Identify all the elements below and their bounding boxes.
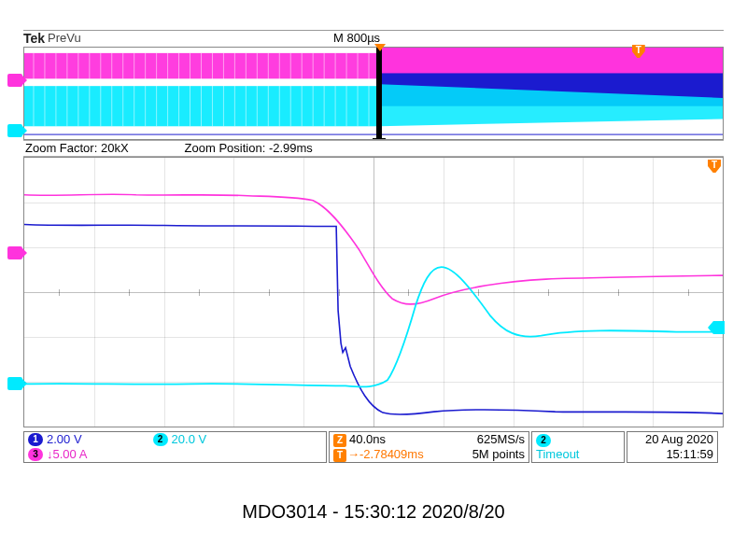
oscilloscope-screen: Tek PreVu M 800µs 3 2 <box>23 30 724 463</box>
tek-logo: Tek <box>23 31 47 47</box>
ch1-badge: 1 <box>28 433 43 446</box>
zoom-timebase: Z40.0ns <box>333 432 386 447</box>
record-length: 5M points <box>472 447 525 462</box>
ch3-readout[interactable]: 3 ↓ 5.00 A <box>28 447 317 462</box>
t-icon: T <box>333 449 346 462</box>
main-waveforms <box>24 158 723 427</box>
ch3-scale: 5.00 A <box>53 447 88 462</box>
header-bar: Tek PreVu M 800µs <box>23 30 724 47</box>
ch3-badge: 3 <box>28 448 43 461</box>
svg-rect-0 <box>24 53 380 78</box>
trigger-mode: Timeout <box>536 447 620 462</box>
zoom-position: Zoom Position: -2.99ms <box>185 141 313 156</box>
trigger-position-readout: T→-2.78409ms <box>333 447 424 462</box>
svg-rect-3 <box>24 86 380 126</box>
ch2-badge: 2 <box>153 433 168 446</box>
ch1-readout[interactable]: 1 2.00 V <box>28 432 82 447</box>
capture-time: 15:11:59 <box>631 447 713 462</box>
overview-waveforms <box>24 48 723 139</box>
trigger-position-marker[interactable] <box>374 44 386 51</box>
timebase-readout: Z40.0ns 625MS/s T→-2.78409ms 5M points <box>329 431 529 463</box>
zoom-info-bar: Zoom Factor: 20kX Zoom Position: -2.99ms <box>23 140 724 157</box>
svg-rect-5 <box>376 48 382 139</box>
main-timebase-label: M 800µs <box>333 31 380 45</box>
trigger-readout[interactable]: 2 Timeout <box>531 431 625 463</box>
overview-ch3-marker: 3 <box>7 74 22 87</box>
capture-date: 20 Aug 2020 <box>631 432 713 447</box>
z-icon: Z <box>333 434 346 447</box>
main-ch3-marker: 3 <box>7 246 22 259</box>
datetime-readout: 20 Aug 2020 15:11:59 <box>627 431 718 463</box>
ch2-readout[interactable]: 2 20.0 V <box>153 432 207 447</box>
trigger-source-badge: 2 <box>536 434 551 447</box>
sample-rate: 625MS/s <box>477 432 525 447</box>
main-waveform-display[interactable]: 3 2 T <box>23 157 724 427</box>
record-overview[interactable]: 3 2 T <box>23 47 724 140</box>
channel-readouts: 1 2.00 V 2 20.0 V 3 ↓ 5.00 A <box>23 431 327 463</box>
ch1-scale: 2.00 V <box>47 432 82 447</box>
screenshot-caption: MDO3014 - 15:30:12 2020/8/20 <box>0 501 747 523</box>
main-ch2-marker: 2 <box>7 377 22 390</box>
acquisition-mode-label: PreVu <box>48 31 81 47</box>
readout-bar: 1 2.00 V 2 20.0 V 3 ↓ 5.00 A Z40.0ns 625… <box>23 431 724 463</box>
zoom-factor: Zoom Factor: 20kX <box>25 141 129 156</box>
ch2-scale: 20.0 V <box>172 432 207 447</box>
overview-ch2-marker: 2 <box>7 124 22 137</box>
